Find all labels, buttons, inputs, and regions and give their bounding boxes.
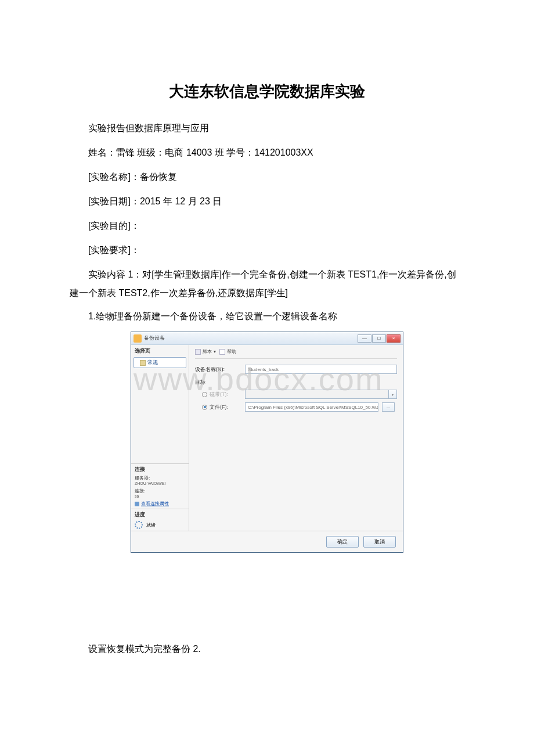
dialog-buttons: 确定 取消 (131, 531, 403, 552)
right-content-pane: 脚本 ▾ 帮助 设备名称(N): Students_back 目标 磁带(T): (189, 345, 403, 531)
maximize-button[interactable]: □ (372, 334, 386, 343)
file-path-input[interactable]: C:\Program Files (x86)\Microsoft SQL Ser… (245, 402, 378, 412)
ok-button[interactable]: 确定 (326, 536, 359, 548)
window-title: 备份设备 (144, 334, 358, 342)
tape-radio: 磁带(T): (195, 391, 241, 398)
titlebar[interactable]: 备份设备 — □ × (131, 332, 403, 345)
view-connection-link[interactable]: 查看连接属性 (135, 501, 185, 507)
nav-item-general[interactable]: 常规 (134, 357, 186, 368)
experiment-purpose: [实验目的]： (70, 217, 464, 235)
progress-section: 进度 就绪 (131, 509, 189, 531)
report-subtitle: 实验报告但数据库原理与应用 (70, 119, 464, 138)
connection-label: 连接: (135, 488, 185, 494)
progress-status: 就绪 (146, 522, 156, 528)
experiment-date: [实验日期]：2015 年 12 月 23 日 (70, 192, 464, 211)
select-page-label: 选择页 (131, 345, 189, 357)
help-label: 帮助 (227, 348, 236, 355)
experiment-name: [实验名称]：备份恢复 (70, 168, 464, 186)
connection-section: 连接 服务器: ZHOU-VAIO\WEI 连接: sa 查看连接属性 (131, 463, 189, 509)
chevron-down-icon: ▾ (214, 349, 216, 354)
step-1: 1.给物理备份新建一个备份设备，给它设置一个逻辑设备名称 (70, 307, 464, 326)
file-radio-label: 文件(F): (210, 404, 228, 411)
file-radio[interactable]: 文件(F): (195, 404, 241, 411)
tape-radio-label: 磁带(T): (210, 391, 228, 398)
progress-spinner-icon (135, 521, 143, 529)
chevron-down-icon: ▾ (389, 390, 397, 399)
connection-value: sa (135, 494, 185, 498)
script-icon (195, 349, 201, 355)
page-title: 大连东软信息学院数据库实验 (70, 81, 464, 102)
help-button[interactable]: 帮助 (219, 348, 236, 355)
help-icon (219, 349, 225, 355)
cancel-button[interactable]: 取消 (363, 536, 396, 548)
server-label: 服务器: (135, 475, 185, 481)
script-label: 脚本 (203, 348, 212, 355)
script-dropdown[interactable]: 脚本 ▾ (195, 348, 216, 355)
toolbar: 脚本 ▾ 帮助 (195, 348, 397, 359)
student-info: 姓名：雷锋 班级：电商 14003 班 学号：141201003XX (70, 143, 464, 162)
minimize-button[interactable]: — (358, 334, 371, 343)
step-2: 设置恢复模式为完整备份 2. (70, 640, 464, 658)
left-navigation-pane: 选择页 常规 连接 服务器: ZHOU-VAIO\WEI 连接: sa 查看连接… (131, 345, 189, 531)
app-icon (134, 334, 142, 343)
close-button[interactable]: × (387, 334, 400, 343)
experiment-content: 实验内容 1：对[学生管理数据库]作一个完全备份,创建一个新表 TEST1,作一… (70, 265, 464, 303)
progress-heading: 进度 (135, 511, 185, 520)
device-name-label: 设备名称(N): (195, 366, 241, 373)
screenshot-dialog: 备份设备 — □ × 选择页 常规 连接 服务器: ZHOU-VAIO\WEI … (131, 332, 403, 553)
experiment-requirements: [实验要求]： (70, 241, 464, 260)
backup-device-dialog: 备份设备 — □ × 选择页 常规 连接 服务器: ZHOU-VAIO\WEI … (131, 332, 403, 553)
connection-icon (135, 502, 139, 506)
tape-select (245, 390, 389, 399)
device-name-input[interactable]: Students_back (245, 365, 397, 374)
server-value: ZHOU-VAIO\WEI (135, 481, 185, 485)
form-area: 设备名称(N): Students_back 目标 磁带(T): ▾ 文件(F)… (195, 365, 397, 412)
connection-heading: 连接 (135, 466, 185, 475)
target-label: 目标 (195, 379, 397, 386)
browse-button[interactable]: ... (382, 402, 395, 412)
page-icon (140, 360, 146, 366)
view-connection-label: 查看连接属性 (141, 501, 169, 507)
radio-icon (202, 405, 207, 410)
radio-icon (202, 392, 207, 397)
nav-item-label: 常规 (147, 359, 158, 366)
